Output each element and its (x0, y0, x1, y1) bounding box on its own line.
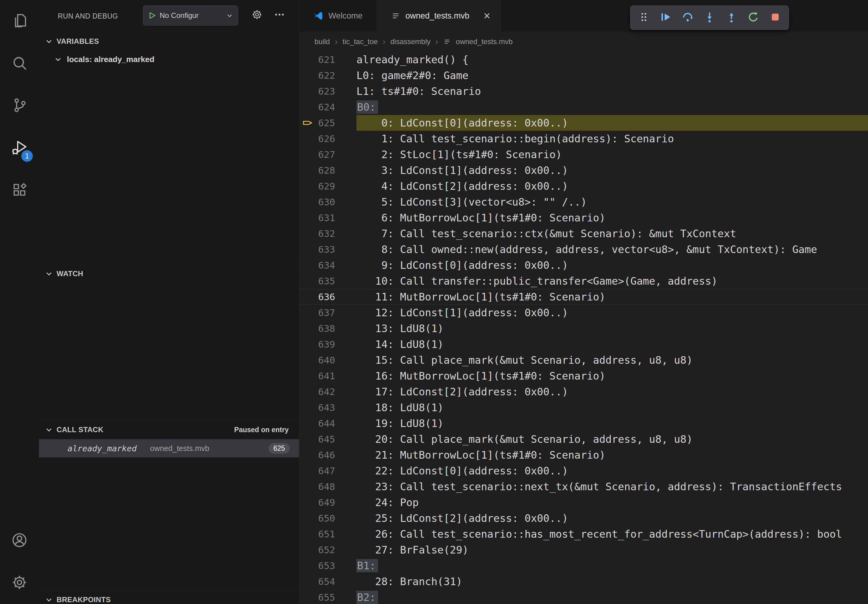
code-line[interactable]: 644 19: LdU8(1) (299, 415, 868, 431)
call-stack-frame[interactable]: already_marked owned_tests.mvb 625 (39, 439, 299, 457)
line-text[interactable]: 18: LdU8(1) (356, 400, 868, 415)
line-text[interactable]: 3: LdConst[1](address: 0x00..) (356, 163, 868, 178)
views-and-more-actions-button[interactable] (271, 7, 288, 24)
line-text[interactable]: 20: Call place_mark(&mut Scenario, addre… (356, 431, 868, 447)
code-line[interactable]: 653B1: (299, 558, 868, 574)
line-text[interactable]: already_marked() { (356, 52, 868, 68)
line-text[interactable]: 4: LdConst[2](address: 0x00..) (356, 178, 868, 194)
close-icon[interactable]: × (480, 9, 494, 23)
code-line[interactable]: 632 7: Call test_scenario::ctx(&mut Scen… (299, 226, 868, 242)
code-line[interactable]: 652 27: BrFalse(29) (299, 542, 868, 558)
code-line[interactable]: 641 16: MutBorrowLoc[1](ts#1#0: Scenario… (299, 368, 868, 384)
step-out-button[interactable] (721, 8, 742, 27)
sidebar-item-search[interactable] (0, 42, 39, 85)
line-text[interactable]: B1: (356, 558, 868, 574)
debug-settings-button[interactable] (248, 7, 265, 24)
code-line[interactable]: 624B0: (299, 99, 868, 115)
line-text[interactable]: 1: Call test_scenario::begin(address): S… (356, 131, 868, 147)
code-line[interactable]: 627 2: StLoc[1](ts#1#0: Scenario) (299, 147, 868, 163)
code-line[interactable]: 638 13: LdU8(1) (299, 321, 868, 336)
code-line[interactable]: 630 5: LdConst[3](vector<u8>: "" /..) (299, 194, 868, 210)
line-text[interactable]: 19: LdU8(1) (356, 415, 868, 431)
sidebar-item-accounts[interactable] (0, 519, 39, 562)
line-text[interactable]: 24: Pop (356, 494, 868, 510)
line-text[interactable]: 12: LdConst[1](address: 0x00..) (356, 305, 868, 321)
line-text[interactable]: 23: Call test_scenario::next_tx(&mut Sce… (356, 479, 868, 494)
sidebar-item-explorer[interactable] (0, 0, 39, 42)
code-line[interactable]: 631 6: MutBorrowLoc[1](ts#1#0: Scenario) (299, 210, 868, 226)
sidebar-item-settings[interactable] (0, 562, 39, 604)
watch-section-header[interactable]: WATCH (39, 264, 299, 283)
line-text[interactable]: 10: Call transfer::public_transfer<Game>… (356, 273, 868, 289)
toolbar-drag-handle[interactable] (633, 8, 655, 27)
code-line[interactable]: 628 3: LdConst[1](address: 0x00..) (299, 163, 868, 178)
code-line[interactable]: 655B2: (299, 589, 868, 604)
debug-configuration-dropdown[interactable]: No Configur (143, 5, 238, 26)
line-text[interactable]: L0: game#2#0: Game (356, 68, 868, 83)
breakpoints-section-header[interactable]: BREAKPOINTS (39, 590, 299, 604)
line-text[interactable]: 11: MutBorrowLoc[1](ts#1#0: Scenario) (356, 289, 868, 305)
code-line[interactable]: 651 26: Call test_scenario::has_most_rec… (299, 526, 868, 542)
sidebar-item-source-control[interactable] (0, 85, 39, 127)
line-text[interactable]: B0: (356, 99, 868, 115)
line-text[interactable]: L1: ts#1#0: Scenario (356, 83, 868, 99)
code-view[interactable]: 621already_marked() {622L0: game#2#0: Ga… (299, 52, 868, 604)
line-text[interactable]: 0: LdConst[0](address: 0x00..) (356, 115, 868, 131)
line-text[interactable]: 28: Branch(31) (356, 574, 868, 589)
breadcrumb-item-build[interactable]: build (315, 37, 330, 46)
line-text[interactable]: 8: Call owned::new(address, address, vec… (356, 242, 868, 257)
line-text[interactable]: 26: Call test_scenario::has_most_recent_… (356, 526, 868, 542)
continue-button[interactable] (655, 8, 677, 27)
code-line[interactable]: 629 4: LdConst[2](address: 0x00..) (299, 178, 868, 194)
code-line[interactable]: 637 12: LdConst[1](address: 0x00..) (299, 305, 868, 321)
variables-scope-locals[interactable]: locals: already_marked (39, 51, 299, 68)
line-text[interactable]: 22: LdConst[0](address: 0x00..) (356, 463, 868, 479)
code-line[interactable]: 636 11: MutBorrowLoc[1](ts#1#0: Scenario… (299, 289, 868, 305)
code-line[interactable]: 640 15: Call place_mark(&mut Scenario, a… (299, 352, 868, 368)
line-text[interactable]: 13: LdU8(1) (356, 321, 868, 336)
line-text[interactable]: 5: LdConst[3](vector<u8>: "" /..) (356, 194, 868, 210)
code-line[interactable]: 634 9: LdConst[0](address: 0x00..) (299, 257, 868, 273)
variables-section-header[interactable]: VARIABLES (39, 32, 299, 51)
line-text[interactable]: 27: BrFalse(29) (356, 542, 868, 558)
code-line[interactable]: 645 20: Call place_mark(&mut Scenario, a… (299, 431, 868, 447)
step-over-button[interactable] (677, 8, 699, 27)
code-line[interactable]: 654 28: Branch(31) (299, 574, 868, 589)
code-line[interactable]: 649 24: Pop (299, 494, 868, 510)
line-text[interactable]: 17: LdConst[2](address: 0x00..) (356, 384, 868, 400)
code-line[interactable]: 647 22: LdConst[0](address: 0x00..) (299, 463, 868, 479)
line-text[interactable]: 25: LdConst[2](address: 0x00..) (356, 510, 868, 526)
line-text[interactable]: 16: MutBorrowLoc[1](ts#1#0: Scenario) (356, 368, 868, 384)
line-text[interactable]: 14: LdU8(1) (356, 336, 868, 352)
code-line[interactable]: 648 23: Call test_scenario::next_tx(&mut… (299, 479, 868, 494)
sidebar-item-extensions[interactable] (0, 169, 39, 211)
step-into-button[interactable] (699, 8, 721, 27)
line-text[interactable]: 15: Call place_mark(&mut Scenario, addre… (356, 352, 868, 368)
code-line[interactable]: 621already_marked() { (299, 52, 868, 68)
line-text[interactable]: 2: StLoc[1](ts#1#0: Scenario) (356, 147, 868, 163)
tab-owned-tests[interactable]: owned_tests.mvb × (377, 0, 501, 32)
code-line[interactable]: 626 1: Call test_scenario::begin(address… (299, 131, 868, 147)
code-line[interactable]: 633 8: Call owned::new(address, address,… (299, 242, 868, 257)
tab-welcome[interactable]: Welcome (299, 0, 377, 32)
line-text[interactable]: 6: MutBorrowLoc[1](ts#1#0: Scenario) (356, 210, 868, 226)
stop-button[interactable] (764, 8, 786, 27)
code-line[interactable]: 650 25: LdConst[2](address: 0x00..) (299, 510, 868, 526)
line-text[interactable]: 7: Call test_scenario::ctx(&mut Scenario… (356, 226, 868, 242)
code-line[interactable]: 623L1: ts#1#0: Scenario (299, 83, 868, 99)
line-text[interactable]: 21: MutBorrowLoc[1](ts#1#0: Scenario) (356, 447, 868, 463)
breadcrumb-item-disassembly[interactable]: disassembly (390, 37, 430, 46)
call-stack-section-header[interactable]: CALL STACK Paused on entry (39, 420, 299, 439)
code-line[interactable]: 643 18: LdU8(1) (299, 400, 868, 415)
code-line[interactable]: 646 21: MutBorrowLoc[1](ts#1#0: Scenario… (299, 447, 868, 463)
line-text[interactable]: B2: (356, 589, 868, 604)
restart-button[interactable] (742, 8, 764, 27)
line-text[interactable]: 9: LdConst[0](address: 0x00..) (356, 257, 868, 273)
code-line[interactable]: 625 0: LdConst[0](address: 0x00..) (299, 115, 868, 131)
breadcrumb-item-file[interactable]: owned_tests.mvb (456, 37, 513, 46)
code-line[interactable]: 639 14: LdU8(1) (299, 336, 868, 352)
breadcrumb-item-tic-tac-toe[interactable]: tic_tac_toe (343, 37, 378, 46)
code-line[interactable]: 642 17: LdConst[2](address: 0x00..) (299, 384, 868, 400)
start-debug-icon[interactable] (147, 11, 157, 20)
sidebar-item-run-and-debug[interactable]: 1 (0, 127, 39, 169)
